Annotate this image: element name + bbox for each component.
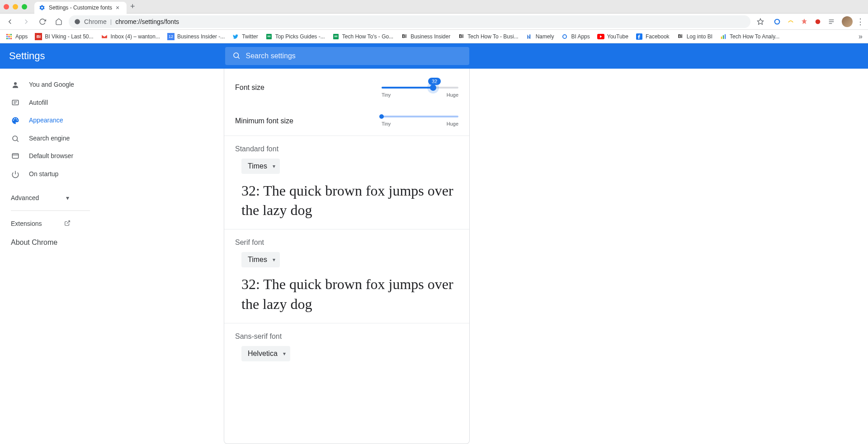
sidebar-item-search-engine[interactable]: Search engine	[0, 130, 112, 148]
bookmark-item[interactable]: 12Business Insider -...	[167, 33, 225, 40]
extension-icon-2[interactable]	[787, 18, 795, 26]
extension-icon-4[interactable]	[814, 18, 822, 26]
person-icon	[11, 81, 20, 89]
browser-toolbar: Chrome | chrome://settings/fonts ⋮	[0, 14, 868, 30]
browser-tab[interactable]: Settings - Customize fonts ×	[34, 2, 127, 14]
address-bar[interactable]: Chrome | chrome://settings/fonts	[69, 15, 750, 28]
standard-font-select[interactable]: Times	[241, 159, 280, 174]
autofill-icon	[11, 98, 20, 107]
bookmark-item[interactable]: Inbox (4) – wanton...	[101, 33, 160, 40]
bookmark-item[interactable]: Twitter	[232, 33, 258, 40]
sidebar-item-you-and-google[interactable]: You and Google	[0, 76, 112, 94]
svg-rect-8	[9, 34, 10, 35]
slider-thumb[interactable]	[430, 84, 436, 91]
calendar-icon: 12	[167, 33, 175, 40]
serif-font-preview: 32: The quick brown fox jumps over the l…	[224, 271, 469, 322]
back-button[interactable]	[4, 15, 16, 28]
bookmark-item[interactable]: Facebook	[636, 33, 670, 40]
fullscreen-window-button[interactable]	[22, 4, 27, 9]
standard-font-preview: 32: The quick brown fox jumps over the l…	[224, 178, 469, 229]
forward-button[interactable]	[20, 15, 33, 28]
bookmark-item[interactable]: BI Apps	[561, 33, 590, 40]
bookmark-item[interactable]: BILog into BI	[677, 33, 712, 40]
bookmark-item[interactable]: BIBusiness Insider	[401, 33, 450, 40]
sans-serif-font-select[interactable]: Helvetica	[241, 346, 290, 361]
divider	[11, 210, 90, 211]
sheets-icon	[265, 33, 273, 40]
serif-font-select[interactable]: Times	[241, 252, 280, 267]
youtube-icon	[597, 33, 604, 40]
svg-line-30	[238, 57, 239, 58]
svg-rect-11	[9, 36, 10, 37]
font-size-slider[interactable]: 32 Tiny Huge	[382, 78, 458, 98]
bookmark-item[interactable]: BITech How To - Busi...	[458, 33, 519, 40]
search-icon	[232, 51, 241, 61]
fonts-panel: Font size 32 Tiny Huge Minimum font size	[224, 69, 470, 444]
sans-serif-font-title: Sans-serif font	[224, 323, 469, 346]
external-link-icon	[64, 220, 71, 228]
svg-point-2	[775, 19, 780, 24]
sidebar-item-autofill[interactable]: Autofill	[0, 94, 112, 112]
omnibox-url: chrome://settings/fonts	[115, 18, 179, 25]
svg-line-36	[17, 140, 18, 141]
bookmarks-overflow-button[interactable]: »	[859, 33, 863, 41]
font-size-label: Font size	[235, 84, 264, 92]
gear-icon	[39, 5, 45, 11]
bookmark-item[interactable]: Tech How To's - Go...	[332, 33, 393, 40]
min-font-size-label: Minimum font size	[235, 117, 293, 125]
omnibox-prefix: Chrome	[84, 18, 107, 25]
sidebar-about-chrome[interactable]: About Chrome	[0, 233, 116, 252]
serif-font-title: Serif font	[224, 229, 469, 252]
svg-point-31	[14, 82, 17, 85]
font-size-row: Font size 32 Tiny Huge	[224, 69, 469, 107]
bi-icon: BI	[677, 33, 684, 40]
reload-button[interactable]	[36, 15, 49, 28]
svg-rect-18	[267, 37, 270, 37]
svg-point-3	[816, 19, 821, 24]
browser-icon	[11, 152, 20, 160]
traffic-lights	[4, 4, 27, 9]
bookmark-item[interactable]: Namely	[526, 33, 554, 40]
bookmark-item[interactable]: YouTube	[597, 33, 628, 40]
home-button[interactable]	[52, 15, 65, 28]
bookmark-item[interactable]: Tech How To Analy...	[720, 33, 779, 40]
profile-avatar[interactable]	[842, 16, 853, 27]
sidebar-item-default-browser[interactable]: Default browser	[0, 147, 112, 165]
svg-rect-7	[6, 34, 8, 35]
star-icon[interactable]	[754, 15, 767, 28]
sidebar-item-on-startup[interactable]: On startup	[0, 165, 112, 183]
namely-icon	[526, 33, 533, 40]
search-settings-input[interactable]: Search settings	[225, 47, 469, 65]
svg-rect-14	[9, 37, 10, 39]
svg-line-40	[67, 220, 70, 223]
svg-rect-32	[12, 100, 19, 105]
sidebar-advanced-toggle[interactable]: Advanced▾	[0, 189, 116, 207]
svg-rect-12	[10, 36, 12, 37]
settings-header: Settings Search settings	[0, 43, 868, 69]
search-icon	[11, 135, 20, 143]
min-font-size-slider[interactable]: Tiny Huge	[382, 116, 458, 126]
reading-list-icon[interactable]	[827, 18, 835, 26]
gmail-icon	[101, 33, 108, 40]
sidebar-extensions[interactable]: Extensions	[0, 215, 116, 233]
bookmark-apps[interactable]: Apps	[5, 33, 28, 40]
close-tab-button[interactable]: ×	[116, 5, 122, 11]
svg-rect-10	[6, 36, 8, 37]
site-info-icon[interactable]	[74, 19, 80, 25]
chrome-menu-button[interactable]: ⋮	[856, 17, 864, 27]
extension-icon-1[interactable]	[773, 18, 781, 26]
sidebar-item-appearance[interactable]: Appearance	[0, 112, 112, 130]
font-size-value: 32	[428, 78, 441, 85]
extension-icon-3[interactable]	[800, 18, 808, 26]
new-tab-button[interactable]: +	[130, 2, 135, 11]
bookmark-item[interactable]: Top Picks Guides -...	[265, 33, 325, 40]
standard-font-title: Standard font	[224, 136, 469, 159]
svg-rect-21	[334, 37, 337, 37]
minimize-window-button[interactable]	[13, 4, 18, 9]
svg-point-35	[13, 136, 18, 141]
svg-rect-9	[10, 34, 12, 35]
slider-thumb[interactable]	[379, 114, 384, 119]
bookmark-item[interactable]: BIBI Viking - Last 50...	[35, 33, 93, 40]
bi-icon: BI	[458, 33, 465, 40]
close-window-button[interactable]	[4, 4, 9, 9]
